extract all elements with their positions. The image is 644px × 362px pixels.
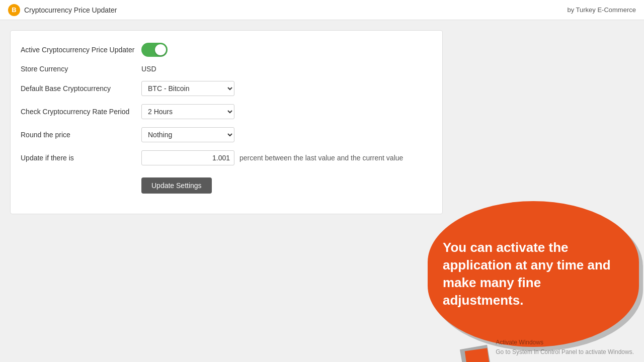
update-settings-button[interactable]: Update Settings [141,177,212,194]
bubble-main: You can activate the application at any … [428,201,639,347]
settings-card: Active Cryptocurrency Price Updater Stor… [10,30,443,214]
update-if-row: Update if there is percent between the l… [21,150,432,165]
bubble-outer: You can activate the application at any … [428,201,644,352]
update-if-label: Update if there is [21,154,141,162]
bubble-text: You can activate the application at any … [428,229,639,319]
header-left: B Cryptocurrency Price Updater [8,4,117,16]
check-rate-label: Check Cryptocurrency Rate Period [21,108,141,116]
round-price-row: Round the price Nothing Round Up Round D… [21,127,432,142]
speech-bubble-wrapper: You can activate the application at any … [428,201,644,352]
app-icon: B [8,4,20,16]
store-currency-label: Store Currency [21,65,141,73]
default-base-row: Default Base Cryptocurrency BTC - Bitcoi… [21,81,432,96]
toggle-track [141,43,168,57]
activate-line1: Activate Windows [496,338,634,347]
brand-text: by Turkey E-Commerce [567,6,636,14]
default-base-label: Default Base Cryptocurrency [21,84,141,93]
activate-line2: Go to System in Control Panel to activat… [496,347,634,357]
round-price-select[interactable]: Nothing Round Up Round Down [141,127,234,142]
check-rate-select[interactable]: 2 Hours 1 Hour 6 Hours 12 Hours 24 Hours [141,104,234,119]
round-price-label: Round the price [21,131,141,139]
check-rate-row: Check Cryptocurrency Rate Period 2 Hours… [21,104,432,119]
store-currency-row: Store Currency USD [21,65,432,73]
update-if-input[interactable] [141,150,234,165]
default-base-select[interactable]: BTC - Bitcoin ETH - Ethereum LTC - Litec… [141,81,234,96]
app-icon-label: B [12,6,16,14]
active-toggle[interactable] [141,43,168,57]
active-label: Active Cryptocurrency Price Updater [21,46,141,54]
main-content: Active Cryptocurrency Price Updater Stor… [0,20,644,224]
store-currency-value: USD [141,65,156,73]
update-if-suffix: percent between the last value and the c… [239,154,403,162]
button-row: Update Settings [141,173,432,194]
active-row: Active Cryptocurrency Price Updater [21,43,432,57]
toggle-thumb [155,44,166,55]
app-header: B Cryptocurrency Price Updater by Turkey… [0,0,644,20]
app-title: Cryptocurrency Price Updater [24,6,117,14]
activate-windows: Activate Windows Go to System in Control… [496,338,634,357]
